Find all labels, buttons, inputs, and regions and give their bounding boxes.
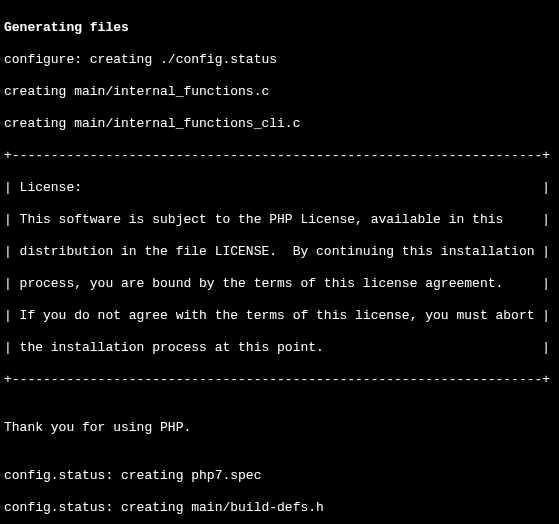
license-box-border: +---------------------------------------…: [4, 372, 555, 388]
output-line: config.status: creating php7.spec: [4, 468, 555, 484]
output-line: configure: creating ./config.status: [4, 52, 555, 68]
license-box-line: | This software is subject to the PHP Li…: [4, 212, 555, 228]
license-box-line: | License: |: [4, 180, 555, 196]
output-line: Generating files: [4, 20, 555, 36]
output-line: Thank you for using PHP.: [4, 420, 555, 436]
license-box-line: | distribution in the file LICENSE. By c…: [4, 244, 555, 260]
license-box-line: | If you do not agree with the terms of …: [4, 308, 555, 324]
output-line: config.status: creating main/build-defs.…: [4, 500, 555, 516]
output-line: creating main/internal_functions_cli.c: [4, 116, 555, 132]
output-line: creating main/internal_functions.c: [4, 84, 555, 100]
license-box-line: | process, you are bound by the terms of…: [4, 276, 555, 292]
license-box-border: +---------------------------------------…: [4, 148, 555, 164]
license-box-line: | the installation process at this point…: [4, 340, 555, 356]
terminal-output[interactable]: Generating files configure: creating ./c…: [4, 4, 555, 524]
